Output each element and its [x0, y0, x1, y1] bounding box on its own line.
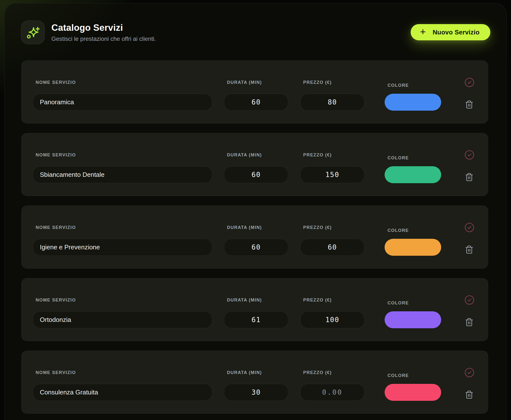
service-name-input[interactable] [33, 311, 212, 328]
delete-service-button[interactable] [465, 390, 474, 399]
service-name-input[interactable] [33, 94, 212, 111]
page-header: Catalogo Servizi Gestisci le prestazioni… [5, 3, 506, 44]
check-circle-icon[interactable] [464, 367, 475, 378]
duration-label: DURATA (MIN) [224, 225, 288, 230]
service-duration-input[interactable] [224, 166, 288, 183]
price-label: PREZZO (€) [300, 297, 364, 303]
service-card: NOME SERVIZIO DURATA (MIN) PREZZO (€) CO… [21, 278, 488, 341]
price-label: PREZZO (€) [300, 370, 364, 375]
delete-service-button[interactable] [465, 100, 474, 109]
service-price-input[interactable] [300, 384, 364, 401]
delete-service-button[interactable] [465, 172, 474, 182]
check-circle-icon[interactable] [464, 77, 475, 88]
duration-label: DURATA (MIN) [224, 80, 288, 85]
color-label: COLORE [385, 373, 441, 378]
service-price-input[interactable] [300, 94, 364, 111]
check-circle-icon[interactable] [464, 295, 475, 305]
price-label: PREZZO (€) [300, 225, 364, 230]
color-label: COLORE [385, 300, 441, 306]
page-title: Catalogo Servizi [51, 23, 156, 33]
service-list: NOME SERVIZIO DURATA (MIN) PREZZO (€) CO… [21, 60, 488, 414]
service-price-input[interactable] [300, 166, 364, 183]
service-price-input[interactable] [300, 239, 364, 256]
name-label: NOME SERVIZIO [33, 297, 212, 303]
color-picker-button[interactable] [385, 94, 441, 111]
name-label: NOME SERVIZIO [33, 225, 212, 230]
service-card: NOME SERVIZIO DURATA (MIN) PREZZO (€) CO… [21, 133, 488, 196]
color-picker-button[interactable] [385, 311, 441, 328]
service-card: NOME SERVIZIO DURATA (MIN) PREZZO (€) CO… [21, 60, 488, 123]
check-circle-icon[interactable] [464, 222, 475, 233]
service-duration-input[interactable] [224, 94, 288, 111]
service-name-input[interactable] [33, 384, 212, 401]
name-label: NOME SERVIZIO [33, 152, 212, 158]
price-label: PREZZO (€) [300, 152, 364, 158]
delete-service-button[interactable] [465, 245, 474, 254]
catalog-panel: Catalogo Servizi Gestisci le prestazioni… [4, 3, 507, 420]
page-subtitle: Gestisci le prestazioni che offri ai cli… [51, 35, 156, 42]
plus-icon: + [420, 27, 426, 37]
service-duration-input[interactable] [224, 239, 288, 256]
header-text: Catalogo Servizi Gestisci le prestazioni… [51, 23, 156, 42]
duration-label: DURATA (MIN) [224, 152, 288, 158]
color-picker-button[interactable] [385, 384, 441, 401]
service-price-input[interactable] [300, 311, 364, 328]
delete-service-button[interactable] [465, 317, 474, 327]
color-label: COLORE [385, 155, 441, 161]
duration-label: DURATA (MIN) [224, 297, 288, 303]
service-card: NOME SERVIZIO DURATA (MIN) PREZZO (€) CO… [21, 351, 488, 414]
service-name-input[interactable] [33, 166, 212, 183]
new-service-button[interactable]: + Nuovo Servizio [411, 24, 490, 40]
service-duration-input[interactable] [224, 311, 288, 328]
name-label: NOME SERVIZIO [33, 370, 212, 375]
name-label: NOME SERVIZIO [33, 80, 212, 85]
duration-label: DURATA (MIN) [224, 370, 288, 375]
color-label: COLORE [385, 228, 441, 233]
new-service-label: Nuovo Servizio [433, 29, 480, 36]
service-card: NOME SERVIZIO DURATA (MIN) PREZZO (€) CO… [21, 206, 488, 269]
price-label: PREZZO (€) [300, 80, 364, 85]
color-picker-button[interactable] [385, 239, 441, 256]
service-duration-input[interactable] [224, 384, 288, 401]
service-name-input[interactable] [33, 239, 212, 256]
color-picker-button[interactable] [385, 166, 441, 183]
check-circle-icon[interactable] [464, 150, 475, 160]
color-label: COLORE [385, 83, 441, 88]
sparkles-icon [21, 20, 45, 44]
